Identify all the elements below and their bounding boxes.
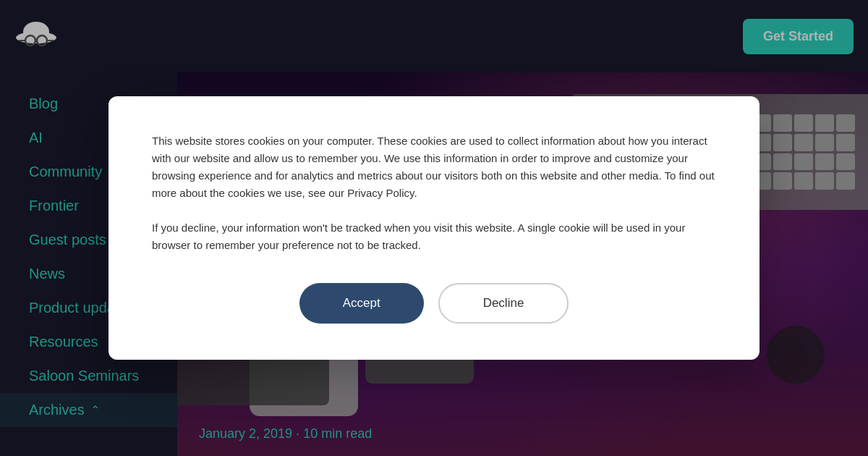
accept-button[interactable]: Accept (299, 283, 424, 324)
cookie-modal: This website stores cookies on your comp… (109, 96, 760, 360)
modal-overlay: This website stores cookies on your comp… (0, 0, 868, 456)
cookie-text-secondary: If you decline, your information won't b… (152, 219, 716, 254)
decline-button[interactable]: Decline (438, 283, 569, 324)
cookie-text-primary: This website stores cookies on your comp… (152, 132, 716, 202)
cookie-buttons: Accept Decline (152, 283, 716, 324)
